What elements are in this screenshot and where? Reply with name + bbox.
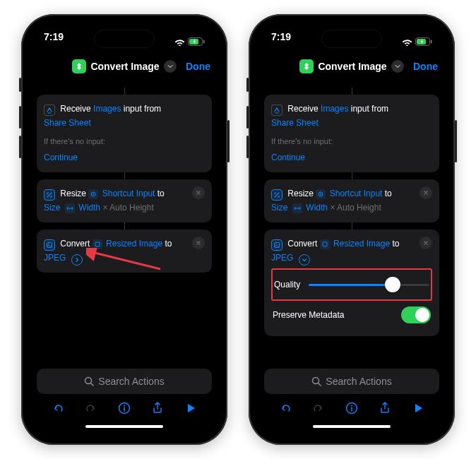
status-right: [174, 31, 205, 52]
svg-point-25: [351, 405, 352, 407]
connector: [124, 172, 125, 179]
no-input-hint: If there's no input:: [271, 135, 432, 148]
close-icon[interactable]: [192, 186, 205, 199]
search-icon: [84, 376, 94, 386]
auto-height-param[interactable]: Auto Height: [337, 203, 381, 213]
quality-label: Quality: [274, 278, 300, 292]
image-icon: [271, 239, 282, 251]
share-button[interactable]: [378, 401, 392, 418]
close-icon[interactable]: [192, 237, 205, 249]
convert-text: Convert: [287, 239, 317, 249]
undo-button[interactable]: [278, 401, 292, 418]
dynamic-island: [94, 30, 155, 48]
share-sheet-param[interactable]: Share Sheet: [44, 116, 205, 130]
nav-title[interactable]: Convert Image: [299, 59, 403, 73]
play-button[interactable]: [411, 401, 425, 418]
quality-annotation-box: Quality: [271, 268, 432, 301]
input-icon: [44, 105, 55, 116]
play-button[interactable]: [184, 401, 198, 418]
share-sheet-param[interactable]: Share Sheet: [271, 116, 432, 130]
receive-card: Receive Images input from Share Sheet If…: [37, 95, 212, 172]
svg-point-6: [48, 243, 49, 244]
close-icon[interactable]: [420, 186, 432, 199]
disclosure-right-icon[interactable]: [71, 254, 83, 266]
connector: [124, 88, 125, 95]
resized-image-param[interactable]: Resized Image: [106, 239, 162, 249]
resize-card: Resize Shortcut Input to Size Width × Au…: [37, 179, 212, 222]
width-param[interactable]: Width: [78, 203, 100, 213]
receive-text: Receive: [287, 104, 318, 114]
resize-text: Resize: [287, 189, 314, 198]
search-actions-bar[interactable]: Search Actions: [264, 369, 439, 394]
chevron-down-icon[interactable]: [164, 60, 177, 73]
done-button[interactable]: Done: [413, 61, 438, 72]
redo-button: [311, 401, 326, 418]
jpeg-param[interactable]: JPEG: [271, 253, 293, 263]
done-button[interactable]: Done: [186, 61, 210, 72]
disclosure-down-icon[interactable]: [299, 254, 310, 266]
times-sep: ×: [330, 203, 335, 213]
nav-title-text: Convert Image: [318, 61, 386, 72]
volume-up-button: [246, 106, 249, 129]
continue-param[interactable]: Continue: [44, 150, 205, 165]
search-placeholder: Search Actions: [326, 376, 391, 387]
info-button[interactable]: [345, 401, 359, 418]
resize-text: Resize: [60, 189, 86, 198]
screen-right: 7:19 Convert Image Done: [256, 21, 448, 438]
convert-to: to: [165, 239, 172, 249]
svg-point-12: [124, 405, 125, 407]
receive-images-param[interactable]: Images: [321, 104, 348, 114]
times-sep: ×: [102, 203, 107, 213]
receive-suffix: input from: [124, 104, 161, 114]
preserve-meta-toggle[interactable]: [401, 306, 431, 323]
width-param[interactable]: Width: [306, 203, 328, 213]
share-button[interactable]: [150, 401, 165, 418]
receive-images-param[interactable]: Images: [93, 104, 121, 114]
resize-to: to: [385, 189, 392, 198]
shortcut-input-param[interactable]: Shortcut Input: [330, 189, 383, 198]
convert-card: Convert Resized Image to JPEG: [37, 230, 212, 273]
convert-card-expanded: Convert Resized Image to JPEG Quality: [264, 230, 439, 336]
close-icon[interactable]: [420, 237, 432, 249]
chevron-down-icon[interactable]: [391, 60, 404, 73]
status-time: 7:19: [271, 31, 291, 52]
resize-card: Resize Shortcut Input to Size Width × Au…: [264, 179, 439, 222]
quality-row: Quality: [273, 271, 431, 298]
svg-point-20: [275, 243, 276, 244]
shortcut-input-param[interactable]: Shortcut Input: [102, 189, 155, 198]
nav-title[interactable]: Convert Image: [72, 59, 176, 73]
toolbar: [264, 394, 439, 422]
continue-param[interactable]: Continue: [271, 150, 432, 165]
nav-title-text: Convert Image: [90, 61, 159, 72]
convert-text: Convert: [60, 239, 90, 249]
info-button[interactable]: [117, 401, 131, 418]
resize-icon: [271, 189, 282, 201]
slider-knob[interactable]: [385, 277, 400, 292]
receive-text: Receive: [60, 104, 90, 114]
jpeg-param[interactable]: JPEG: [44, 253, 66, 263]
auto-height-param[interactable]: Auto Height: [109, 203, 154, 213]
variable-icon: [93, 239, 102, 249]
size-param[interactable]: Size: [44, 203, 60, 213]
undo-button[interactable]: [51, 401, 65, 418]
preserve-meta-label: Preserve Metadata: [273, 308, 344, 322]
volume-up-button: [19, 106, 21, 129]
search-actions-bar[interactable]: Search Actions: [37, 369, 212, 394]
size-param[interactable]: Size: [271, 203, 287, 213]
resized-image-param[interactable]: Resized Image: [333, 239, 390, 249]
svg-line-10: [91, 383, 94, 386]
home-indicator[interactable]: [85, 425, 163, 428]
bottom-area: Search Actions: [28, 369, 220, 438]
volume-down-button: [19, 136, 21, 158]
connector: [352, 172, 352, 179]
svg-rect-7: [95, 242, 100, 246]
status-time: 7:19: [44, 31, 64, 52]
variable-icon: [88, 189, 98, 199]
svg-rect-2: [203, 40, 205, 44]
width-icon: [65, 203, 75, 213]
svg-line-23: [319, 383, 321, 386]
home-indicator[interactable]: [313, 425, 391, 428]
quality-slider[interactable]: [309, 277, 429, 292]
wifi-icon: [174, 38, 185, 46]
preserve-metadata-row: Preserve Metadata: [271, 301, 432, 329]
